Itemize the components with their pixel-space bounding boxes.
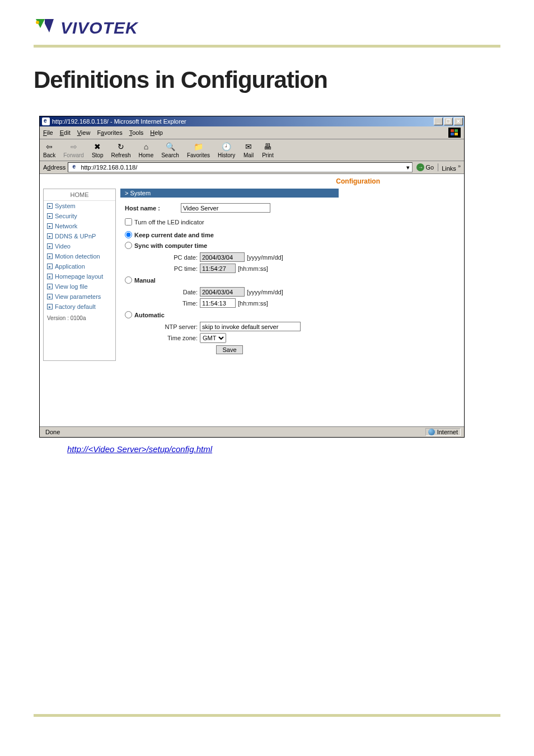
status-bar: Done Internet (40, 426, 464, 437)
arrow-icon: ▸ (47, 274, 53, 279)
radio-manual-label: Manual (134, 277, 156, 284)
menu-help[interactable]: Help (150, 129, 163, 136)
host-name-label: Host name : (125, 205, 181, 212)
svg-rect-6 (455, 133, 458, 135)
sidebar-item-homepage[interactable]: ▸Homepage layout (44, 271, 115, 281)
forward-button[interactable]: ⇨Forward (63, 142, 84, 158)
radio-manual[interactable] (125, 276, 132, 284)
timezone-label: Time zone: (158, 335, 198, 341)
menu-tools[interactable]: Tools (129, 129, 144, 136)
arrow-icon: ▸ (47, 213, 53, 219)
window-title: http://192.168.0.118/ - Microsoft Intern… (52, 118, 186, 125)
host-name-input[interactable] (181, 203, 270, 213)
manual-time-fmt: [hh:mm:ss] (238, 300, 268, 307)
arrow-icon: ▸ (47, 284, 53, 289)
minimize-button[interactable]: _ (434, 118, 443, 125)
close-button[interactable]: ✕ (454, 118, 463, 125)
address-label: Address (43, 164, 65, 171)
ntp-server-input[interactable] (200, 322, 301, 331)
arrow-icon: ▸ (47, 243, 53, 249)
browser-window: http://192.168.0.118/ - Microsoft Intern… (39, 116, 465, 438)
pc-time-field (200, 264, 236, 273)
led-checkbox[interactable] (125, 218, 132, 226)
address-dropdown-icon[interactable]: ▾ (406, 164, 410, 171)
radio-sync[interactable] (125, 242, 132, 249)
ie-icon (42, 118, 50, 125)
manual-date-label: Date: (158, 289, 198, 295)
sidebar-item-network[interactable]: ▸Network (44, 221, 115, 231)
led-label: Turn off the LED indicator (134, 219, 204, 226)
brand-logo: VIVOTEK (34, 17, 500, 39)
radio-automatic[interactable] (125, 311, 132, 318)
arrow-icon: ▸ (47, 223, 53, 229)
mail-button[interactable]: ✉Mail (243, 142, 254, 158)
radio-keep[interactable] (125, 231, 132, 238)
maximize-button[interactable]: ❐ (444, 118, 453, 125)
menu-edit[interactable]: Edit (60, 129, 71, 136)
refresh-button[interactable]: ↻Refresh (111, 142, 131, 158)
manual-time-label: Time: (158, 300, 198, 307)
go-button[interactable]: →Go (415, 163, 435, 171)
version-label: Version : 0100a (44, 312, 115, 325)
sidebar: HOME ▸System ▸Security ▸Network ▸DDNS & … (43, 189, 116, 361)
svg-rect-5 (451, 133, 454, 135)
sidebar-item-system[interactable]: ▸System (44, 201, 115, 211)
address-value: http://192.168.0.118/ (81, 164, 137, 171)
arrow-icon: ▸ (47, 294, 53, 299)
radio-automatic-label: Automatic (134, 312, 165, 318)
sidebar-item-factory[interactable]: ▸Factory default (44, 302, 115, 312)
pc-time-label: PC time: (158, 265, 198, 272)
home-button[interactable]: ⌂Home (139, 142, 154, 158)
radio-keep-label: Keep current date and time (134, 232, 214, 238)
ntp-label: NTP server: (158, 323, 198, 330)
toolbar: ⇦Back ⇨Forward ✖Stop ↻Refresh ⌂Home 🔍Sea… (40, 139, 464, 161)
page-icon (71, 163, 78, 171)
radio-sync-label: Sync with computer time (134, 242, 207, 249)
status-zone: Internet (437, 429, 458, 435)
sidebar-home[interactable]: HOME (44, 189, 115, 201)
favorites-button[interactable]: 📁Favorites (187, 142, 210, 158)
system-section-header: > System (120, 189, 339, 198)
menubar: File Edit View Favorites Tools Help (40, 126, 464, 139)
menu-view[interactable]: View (77, 129, 91, 136)
globe-icon (428, 429, 435, 435)
print-button[interactable]: 🖶Print (262, 142, 274, 158)
history-button[interactable]: 🕘History (218, 142, 235, 158)
pc-date-field (200, 252, 245, 262)
back-button[interactable]: ⇦Back (43, 142, 55, 158)
links-button[interactable]: Links » (438, 163, 461, 172)
pc-date-label: PC date: (158, 254, 198, 261)
address-bar: Address http://192.168.0.118/ ▾ →Go Link… (40, 161, 464, 174)
config-url-link[interactable]: http://<Video Server>/setup/config.html (67, 444, 212, 454)
sidebar-item-logfile[interactable]: ▸View log file (44, 281, 115, 292)
arrow-icon: ▸ (47, 203, 53, 209)
sidebar-item-application[interactable]: ▸Application (44, 261, 115, 271)
save-button[interactable]: Save (216, 345, 242, 354)
arrow-icon: ▸ (47, 253, 53, 259)
stop-button[interactable]: ✖Stop (92, 142, 104, 158)
manual-date-field (200, 287, 245, 297)
bottom-divider (34, 714, 500, 717)
svg-rect-3 (451, 129, 454, 132)
sidebar-item-ddns[interactable]: ▸DDNS & UPnP (44, 231, 115, 241)
sidebar-item-parameters[interactable]: ▸View parameters (44, 292, 115, 302)
manual-date-fmt: [yyyy/mm/dd] (247, 289, 283, 295)
timezone-select[interactable]: GMT (200, 333, 226, 343)
search-button[interactable]: 🔍Search (161, 142, 179, 158)
svg-marker-1 (45, 19, 54, 32)
arrow-icon: ▸ (47, 304, 53, 309)
sidebar-item-video[interactable]: ▸Video (44, 241, 115, 251)
main-panel: > System Host name : Turn off the LED in… (120, 189, 461, 361)
manual-time-field[interactable] (200, 298, 236, 308)
menu-file[interactable]: File (43, 129, 53, 136)
svg-point-2 (36, 21, 39, 24)
sidebar-item-security[interactable]: ▸Security (44, 211, 115, 221)
sidebar-item-motion[interactable]: ▸Motion detection (44, 251, 115, 261)
browser-content: Configuration HOME ▸System ▸Security ▸Ne… (40, 174, 464, 437)
svg-rect-4 (455, 129, 458, 132)
configuration-header: Configuration (336, 177, 380, 185)
windows-logo-icon (448, 128, 461, 138)
pc-time-fmt: [hh:mm:ss] (238, 265, 268, 272)
menu-favorites[interactable]: Favorites (97, 129, 122, 136)
address-input[interactable]: http://192.168.0.118/ ▾ (68, 162, 413, 172)
